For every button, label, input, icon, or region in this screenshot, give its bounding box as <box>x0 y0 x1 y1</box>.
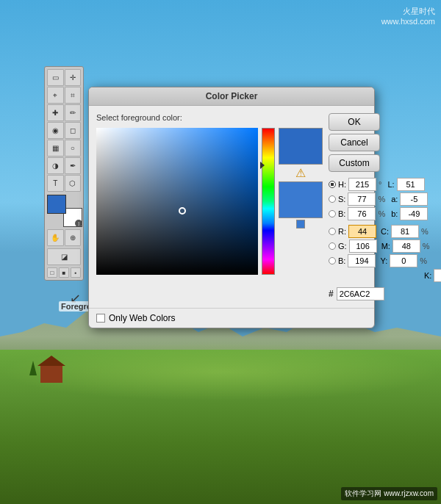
field-highlight <box>0 342 441 401</box>
path-tool[interactable]: ⬡ <box>65 175 82 192</box>
hex-label: # <box>329 289 334 299</box>
tool-row-4: ◉ ◻ <box>47 122 81 139</box>
web-colors-row: Only Web Colors <box>89 308 374 328</box>
hue-radio[interactable] <box>329 181 336 188</box>
toolbar: ▭ ✛ ⌖ ⌗ ✚ ✏ ◉ ◻ ▦ ○ ◑ ✒ T ⬡ ↕ ✋ ⊕ ◪ □ ■ … <box>44 66 84 281</box>
h-input[interactable] <box>348 178 376 191</box>
saturation-row: S: % a: <box>329 192 409 206</box>
move-tool[interactable]: ✛ <box>65 69 82 86</box>
color-field-container[interactable] <box>96 128 258 275</box>
color-saturation-field[interactable] <box>96 128 258 275</box>
mode-buttons: ◪ <box>47 248 81 265</box>
brush-tool[interactable]: ✏ <box>65 104 82 121</box>
clone-tool[interactable]: ◉ <box>47 122 64 139</box>
dialog-buttons: OK Cancel Custom <box>329 113 409 172</box>
g-input[interactable] <box>349 240 377 253</box>
h-label: H: <box>338 180 346 189</box>
watermark-bottom: 软件学习网 www.rjzxw.com <box>341 487 437 500</box>
web-colors-label: Only Web Colors <box>109 313 175 323</box>
s-label: S: <box>338 195 345 204</box>
k-input[interactable] <box>434 269 441 282</box>
color-cursor <box>179 207 186 215</box>
hex-input[interactable] <box>337 287 384 300</box>
brightness-row: B: % b: <box>329 207 409 220</box>
b-radio[interactable] <box>329 210 336 217</box>
zoom-tool[interactable]: ⊕ <box>65 229 82 246</box>
selection-rect-tool[interactable]: ▭ <box>47 69 64 86</box>
web-color-indicator[interactable] <box>296 220 305 228</box>
swap-colors-icon[interactable]: ↕ <box>75 220 82 227</box>
r-input[interactable] <box>348 225 376 238</box>
red-row: R: C: % <box>329 225 409 238</box>
s-input[interactable] <box>348 192 376 206</box>
dodge-tool[interactable]: ◑ <box>47 157 64 174</box>
hue-slider[interactable] <box>262 128 275 275</box>
lasso-tool[interactable]: ⌖ <box>47 87 64 104</box>
dialog-titlebar: Color Picker <box>89 87 374 106</box>
pen-tool[interactable]: ✒ <box>65 157 82 174</box>
blue-input[interactable] <box>348 254 376 267</box>
hand-tool[interactable]: ✋ <box>47 229 64 246</box>
g-label: G: <box>338 242 347 251</box>
color-picker-dialog: Color Picker Select foreground color: <box>88 87 375 328</box>
eraser-tool[interactable]: ◻ <box>65 122 82 139</box>
c-label: C: <box>381 227 389 236</box>
crop-tool[interactable]: ⌗ <box>65 87 82 104</box>
tool-row-1: ▭ ✛ <box>47 69 81 86</box>
out-of-gamut-warning[interactable]: ⚠ <box>279 166 323 180</box>
tool-row-3: ✚ ✏ <box>47 104 81 121</box>
r-radio[interactable] <box>329 228 336 235</box>
house <box>40 364 62 383</box>
b2-label: b: <box>391 209 398 218</box>
type-tool[interactable]: T <box>47 175 64 192</box>
b-label: B: <box>338 209 345 218</box>
g-radio[interactable] <box>329 242 336 250</box>
y-label: Y: <box>380 256 387 265</box>
custom-button[interactable]: Custom <box>329 154 380 172</box>
view-mode-buttons: □ ■ ▪ <box>47 267 81 278</box>
tool-row-7: T ⬡ <box>47 175 81 192</box>
c-input[interactable] <box>391 225 419 238</box>
a-label: a: <box>391 195 398 204</box>
color-preview-area: ⚠ <box>279 128 323 275</box>
foreground-color-swatch[interactable] <box>47 195 66 214</box>
hue-row: H: ° L: <box>329 178 409 191</box>
ok-button[interactable]: OK <box>329 113 380 131</box>
tool-row-2: ⌖ ⌗ <box>47 87 81 104</box>
tool-row-5: ▦ ○ <box>47 140 81 156</box>
cancel-button[interactable]: Cancel <box>329 134 380 151</box>
h-unit: ° <box>379 180 381 189</box>
tool-row-8: ✋ ⊕ <box>47 229 81 246</box>
b2-input[interactable] <box>400 207 428 220</box>
dialog-right-panel: OK Cancel Custom H: ° L: S: % <box>329 113 409 300</box>
l-input[interactable] <box>397 178 425 191</box>
blur-tool[interactable]: ○ <box>65 140 82 156</box>
s-radio[interactable] <box>329 195 336 203</box>
current-color-preview <box>279 181 323 218</box>
y-unit: % <box>420 256 427 265</box>
blue-radio[interactable] <box>329 257 336 264</box>
a-input[interactable] <box>400 192 428 206</box>
r-label: R: <box>338 227 346 236</box>
blue-label: B: <box>338 256 345 265</box>
fullscreen-btn[interactable]: ■ <box>59 267 69 278</box>
fullscreen2-btn[interactable]: ▪ <box>71 267 81 278</box>
b-input[interactable] <box>348 207 376 220</box>
gradient-tool[interactable]: ▦ <box>47 140 64 156</box>
dialog-body: Select foreground color: ⚠ <box>89 106 374 308</box>
hue-slider-container <box>262 128 275 275</box>
watermark-top: 火星时代 www.hxsd.com <box>381 6 435 26</box>
heal-tool[interactable]: ✚ <box>47 104 64 121</box>
hue-indicator <box>260 162 265 169</box>
m-input[interactable] <box>392 240 420 253</box>
s-unit: % <box>378 195 385 204</box>
rgb-values: R: C: % G: M: % <box>329 225 409 282</box>
quick-mask-tool[interactable]: ◪ <box>47 248 81 265</box>
standard-view-btn[interactable]: □ <box>47 267 57 278</box>
tool-row-6: ◑ ✒ <box>47 157 81 174</box>
y-input[interactable] <box>390 254 417 267</box>
web-colors-checkbox[interactable] <box>96 314 105 323</box>
select-label: Select foreground color: <box>96 113 323 122</box>
b-unit: % <box>378 209 385 218</box>
blue-row: B: Y: % <box>329 254 409 267</box>
